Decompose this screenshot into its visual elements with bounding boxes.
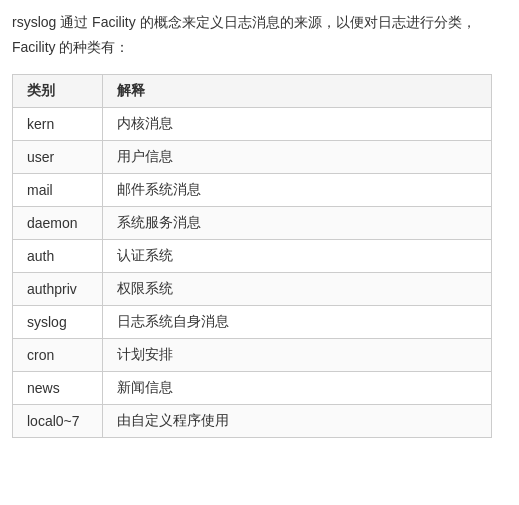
description-cell: 系统服务消息 [103,207,492,240]
table-row: syslog日志系统自身消息 [13,306,492,339]
table-row: news新闻信息 [13,372,492,405]
table-row: mail邮件系统消息 [13,174,492,207]
description-cell: 认证系统 [103,240,492,273]
table-row: cron计划安排 [13,339,492,372]
column-header-description: 解释 [103,75,492,108]
category-cell: syslog [13,306,103,339]
category-cell: mail [13,174,103,207]
description-cell: 内核消息 [103,108,492,141]
table-row: authpriv权限系统 [13,273,492,306]
table-row: kern内核消息 [13,108,492,141]
table-row: daemon系统服务消息 [13,207,492,240]
facility-table: 类别 解释 kern内核消息user用户信息mail邮件系统消息daemon系统… [12,74,492,438]
category-cell: kern [13,108,103,141]
description-cell: 新闻信息 [103,372,492,405]
table-header-row: 类别 解释 [13,75,492,108]
intro-paragraph: rsyslog 通过 Facility 的概念来定义日志消息的来源，以便对日志进… [12,10,507,60]
category-cell: auth [13,240,103,273]
table-row: local0~7由自定义程序使用 [13,405,492,438]
description-cell: 用户信息 [103,141,492,174]
category-cell: news [13,372,103,405]
category-cell: cron [13,339,103,372]
category-cell: user [13,141,103,174]
description-cell: 计划安排 [103,339,492,372]
description-cell: 日志系统自身消息 [103,306,492,339]
description-cell: 由自定义程序使用 [103,405,492,438]
description-cell: 邮件系统消息 [103,174,492,207]
table-row: auth认证系统 [13,240,492,273]
category-cell: local0~7 [13,405,103,438]
table-row: user用户信息 [13,141,492,174]
column-header-category: 类别 [13,75,103,108]
category-cell: daemon [13,207,103,240]
description-cell: 权限系统 [103,273,492,306]
category-cell: authpriv [13,273,103,306]
